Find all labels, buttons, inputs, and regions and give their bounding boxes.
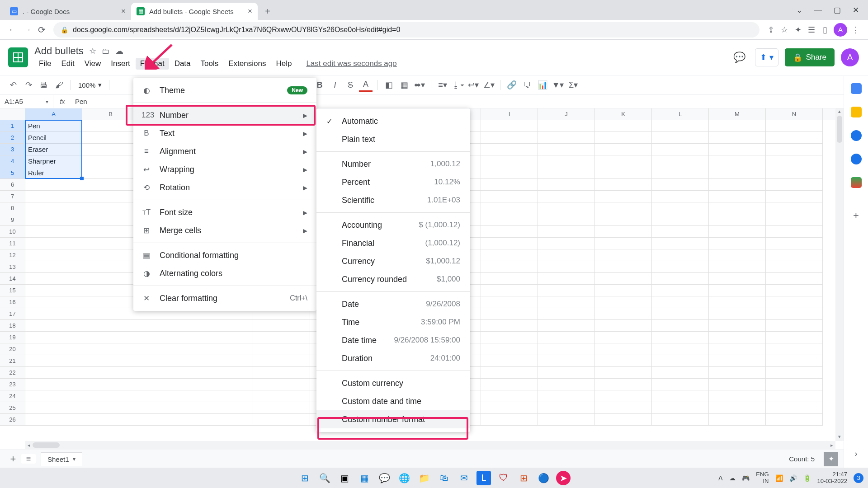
row-header-1[interactable]: 1 [0,120,25,132]
format-menu-conditional-formatting[interactable]: ▤Conditional formatting [133,246,316,264]
comment-icon[interactable]: 🗨 [520,78,534,92]
cell-B24[interactable] [82,390,139,402]
star-icon[interactable]: ☆ [89,46,96,56]
minimize-icon[interactable]: ― [814,5,822,14]
format-menu-clear-formatting[interactable]: ✕Clear formattingCtrl+\ [133,289,316,307]
cell-L15[interactable] [652,285,709,296]
cell-I26[interactable] [481,414,538,426]
row-header-23[interactable]: 23 [0,379,25,390]
cell-E26[interactable] [253,414,310,426]
cell-B12[interactable] [82,249,139,261]
cell-L2[interactable] [652,132,709,144]
cell-K26[interactable] [595,414,652,426]
app2-icon[interactable]: ➤ [556,471,571,485]
cell-A22[interactable] [25,367,82,379]
cell-K23[interactable] [595,379,652,390]
cell-C20[interactable] [139,343,196,355]
cell-N10[interactable] [766,226,823,238]
extensions-icon[interactable]: ✦ [791,23,805,37]
cell-B3[interactable] [82,144,139,155]
cell-K3[interactable] [595,144,652,155]
borders-icon[interactable]: ▦ [397,78,411,92]
select-all-corner[interactable] [0,108,25,120]
row-header-21[interactable]: 21 [0,355,25,367]
cell-D18[interactable] [196,320,253,332]
cell-L13[interactable] [652,261,709,273]
row-header-8[interactable]: 8 [0,202,25,214]
cell-J26[interactable] [538,414,595,426]
row-header-18[interactable]: 18 [0,320,25,332]
cell-K16[interactable] [595,296,652,308]
cell-N13[interactable] [766,261,823,273]
number-menu-custom-number-format[interactable]: Custom number format [316,410,470,428]
row-header-12[interactable]: 12 [0,249,25,261]
cell-N17[interactable] [766,308,823,320]
format-menu-font-size[interactable]: тTFont size▶ [133,203,316,221]
row-header-20[interactable]: 20 [0,343,25,355]
cell-K11[interactable] [595,238,652,249]
cell-I3[interactable] [481,144,538,155]
menu-tools[interactable]: Tools [196,58,223,70]
row-header-17[interactable]: 17 [0,308,25,320]
cell-M3[interactable] [709,144,766,155]
cell-I11[interactable] [481,238,538,249]
cell-A4[interactable]: Sharpner [25,155,82,167]
cell-K12[interactable] [595,249,652,261]
cell-A25[interactable] [25,402,82,414]
cell-N6[interactable] [766,179,823,191]
comments-button[interactable]: 💬 [731,48,749,66]
cell-B5[interactable] [82,167,139,179]
add-addon-icon[interactable]: + [853,210,859,221]
format-menu-alternating-colors[interactable]: ◑Alternating colors [133,264,316,282]
volume-icon[interactable]: 🔊 [789,474,797,482]
cell-D19[interactable] [196,332,253,343]
browser-tab-docs[interactable]: ▭ . - Google Docs × [5,3,131,20]
sheets-logo[interactable] [8,47,28,67]
cell-B17[interactable] [82,308,139,320]
cell-M18[interactable] [709,320,766,332]
onedrive-icon[interactable]: ☁ [729,474,736,482]
cell-A23[interactable] [25,379,82,390]
cell-E23[interactable] [253,379,310,390]
cell-C23[interactable] [139,379,196,390]
cell-K2[interactable] [595,132,652,144]
cell-K6[interactable] [595,179,652,191]
cell-M25[interactable] [709,402,766,414]
col-header-L[interactable]: L [652,108,709,120]
row-header-2[interactable]: 2 [0,132,25,144]
number-menu-date[interactable]: Date9/26/2008 [316,295,470,313]
cell-L21[interactable] [652,355,709,367]
cell-J11[interactable] [538,238,595,249]
fill-handle[interactable] [80,177,84,180]
cell-A7[interactable] [25,191,82,202]
cell-I16[interactable] [481,296,538,308]
cell-I12[interactable] [481,249,538,261]
tray-overflow-icon[interactable]: ᐱ [718,474,723,482]
cell-I15[interactable] [481,285,538,296]
cell-I23[interactable] [481,379,538,390]
undo-icon[interactable]: ↶ [6,78,20,92]
cell-I4[interactable] [481,155,538,167]
row-header-24[interactable]: 24 [0,390,25,402]
cell-M7[interactable] [709,191,766,202]
cell-I5[interactable] [481,167,538,179]
menu-help[interactable]: Help [271,58,296,70]
format-menu-number[interactable]: 123Number▶ [133,106,316,124]
cell-A15[interactable] [25,285,82,296]
link-icon[interactable]: 🔗 [505,78,519,92]
v-align-icon[interactable]: ⭳▾ [451,78,465,92]
cell-E20[interactable] [253,343,310,355]
all-sheets-button[interactable]: ≡ [21,454,36,464]
collapse-side-panel-icon[interactable]: › [855,449,858,459]
cell-E24[interactable] [253,390,310,402]
cell-K10[interactable] [595,226,652,238]
reload-button[interactable]: ⟳ [34,23,49,37]
row-header-6[interactable]: 6 [0,179,25,191]
cell-B15[interactable] [82,285,139,296]
number-menu-percent[interactable]: Percent10.12% [316,173,470,191]
cell-A2[interactable]: Pencil [25,132,82,144]
number-menu-currency-rounded[interactable]: Currency rounded$1,000 [316,270,470,288]
col-header-J[interactable]: J [538,108,595,120]
cell-B11[interactable] [82,238,139,249]
cell-C24[interactable] [139,390,196,402]
